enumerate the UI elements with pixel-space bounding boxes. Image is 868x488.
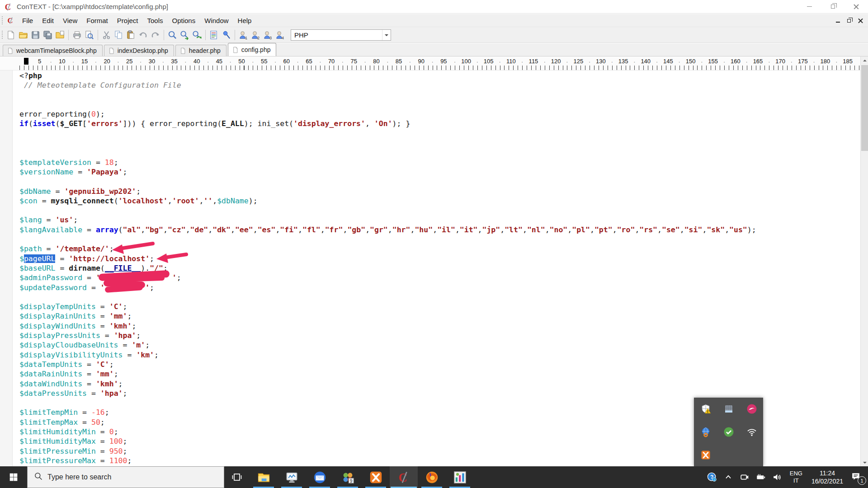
menu-items: FileEditViewFormatProjectToolsOptionsWin… — [18, 15, 256, 26]
ruler-dot: · — [28, 59, 29, 65]
window-title: ConTEXT - [C:\xampp\htdocs\template\conf… — [17, 3, 168, 10]
code-token: $dataWindUnits — [19, 380, 82, 388]
tab-config-php[interactable]: config.php — [228, 43, 277, 56]
code-token: ' — [100, 283, 105, 292]
tray-icon-on-screen-keyboard[interactable] — [717, 398, 740, 421]
svg-text:3: 3 — [269, 36, 272, 40]
taskbar-app-xampp-control[interactable] — [362, 466, 390, 488]
highlighter-select[interactable]: PHP — [291, 29, 391, 41]
taskbar-app-system-monitor[interactable] — [278, 466, 306, 488]
camera-icon[interactable] — [736, 466, 753, 488]
menu-project[interactable]: Project — [113, 15, 143, 26]
menu-help[interactable]: Help — [233, 15, 256, 26]
code-token: = — [55, 264, 69, 272]
menu-options[interactable]: Options — [168, 15, 200, 26]
document-minimize-button[interactable] — [834, 17, 842, 24]
copy-button[interactable] — [113, 29, 125, 41]
menu-format[interactable]: Format — [82, 15, 113, 26]
code-line-2: // Meteotemplate Configuration File — [0, 80, 860, 90]
taskbar-app-context-editor[interactable]: C — [390, 466, 418, 488]
new-from-template-button[interactable] — [54, 29, 66, 41]
pin-button[interactable] — [220, 29, 232, 41]
redo-button[interactable] — [149, 29, 161, 41]
tray-icon-green-check[interactable] — [717, 421, 740, 444]
toolbar-grip[interactable] — [1, 30, 4, 39]
menu-file[interactable]: File — [18, 15, 38, 26]
code-token: = — [87, 283, 100, 292]
user-2-button[interactable]: 2 — [250, 29, 262, 41]
taskbar-app-file-explorer[interactable] — [250, 466, 278, 488]
user-1-button[interactable]: 1 — [237, 29, 250, 41]
window-minimize-button[interactable] — [800, 0, 818, 13]
tab-indexDesktop-php[interactable]: indexDesktop.php — [104, 45, 174, 56]
replace-button[interactable] — [191, 29, 203, 41]
tray-icon-pink-app[interactable] — [740, 398, 763, 421]
volume-icon[interactable] — [769, 466, 785, 488]
tray-icon-security-shield[interactable] — [694, 398, 717, 421]
scroll-down-button[interactable] — [861, 459, 868, 466]
toolbar-separator — [68, 30, 69, 40]
code-token: <? — [19, 71, 28, 80]
highlighter-list-button[interactable] — [208, 29, 220, 41]
new-file-button[interactable] — [5, 29, 17, 41]
file-icon — [7, 47, 14, 55]
menubar-grip[interactable] — [1, 16, 4, 25]
scrollbar-thumb[interactable] — [861, 65, 868, 151]
document-restore-button[interactable] — [845, 17, 853, 24]
taskbar-search[interactable]: Type here to search — [27, 466, 224, 488]
code-token: "si" — [684, 225, 703, 234]
tab-label: indexDesktop.php — [118, 47, 168, 54]
language-indicator[interactable]: ENG IT — [785, 470, 807, 484]
menu-tools[interactable]: Tools — [142, 15, 167, 26]
tab-header-php[interactable]: header.php — [175, 45, 226, 56]
menu-window[interactable]: Window — [200, 15, 233, 26]
clock[interactable]: 11:24 16/02/2021 — [807, 469, 848, 485]
taskbar-app-thunderbird[interactable] — [306, 466, 334, 488]
notification-center-button[interactable]: 1 — [848, 466, 868, 488]
save-all-button[interactable] — [42, 29, 54, 41]
task-view-button[interactable] — [224, 466, 250, 488]
code-token: ; — [123, 437, 127, 446]
ruler-dot: · — [118, 59, 119, 65]
show-hidden-icons-button[interactable] — [720, 466, 736, 488]
undo-button[interactable] — [137, 29, 149, 41]
taskbar-app-firefox[interactable] — [418, 466, 446, 488]
user-4-button[interactable]: 4 — [274, 29, 286, 41]
window-close-button[interactable] — [847, 0, 865, 13]
code-token: 'root' — [172, 197, 199, 205]
taskbar-app-chart-app[interactable] — [446, 466, 474, 488]
code-line-33: $dataWindUnits = 'kmh'; — [0, 379, 860, 389]
clock-time: 11:24 — [811, 469, 843, 477]
code-token: 'http://localhost' — [69, 254, 150, 263]
find-button[interactable] — [166, 29, 179, 41]
redo-icon — [150, 30, 160, 40]
print-button[interactable] — [71, 29, 83, 41]
tray-icon-location-globe[interactable] — [694, 421, 717, 444]
open-file-button[interactable] — [17, 29, 29, 41]
save-button[interactable] — [29, 29, 42, 41]
battery-icon[interactable] — [753, 466, 769, 488]
menu-view[interactable]: View — [58, 15, 82, 26]
tray-icon-xampp-tray[interactable] — [694, 443, 717, 466]
firefox-icon — [425, 471, 439, 484]
menu-edit[interactable]: Edit — [38, 15, 58, 26]
tray-icon-wifi[interactable] — [740, 421, 763, 444]
help-button[interactable]: ?i — [704, 466, 720, 488]
document-close-button[interactable] — [856, 17, 864, 24]
ruler-number: 105 — [484, 58, 494, 65]
vertical-scrollbar[interactable] — [860, 56, 868, 466]
user-3-button[interactable]: 3 — [262, 29, 274, 41]
cut-button[interactable] — [100, 29, 113, 41]
paste-button[interactable] — [125, 29, 137, 41]
taskbar-app-app-x9[interactable]: 9 — [334, 466, 362, 488]
tab-webcamTimelapseBlock-php[interactable]: webcamTimelapseBlock.php — [3, 45, 103, 56]
ruler-dot: · — [476, 59, 478, 65]
start-button[interactable] — [0, 466, 27, 488]
print-preview-button[interactable] — [83, 29, 95, 41]
scroll-up-button[interactable] — [861, 56, 868, 64]
chevron-down-icon[interactable] — [382, 30, 391, 40]
find-next-button[interactable] — [179, 29, 191, 41]
window-restore-button[interactable] — [824, 0, 842, 13]
ruler-dot: · — [521, 59, 523, 65]
code-token: ])) { error_reporting( — [123, 119, 222, 128]
